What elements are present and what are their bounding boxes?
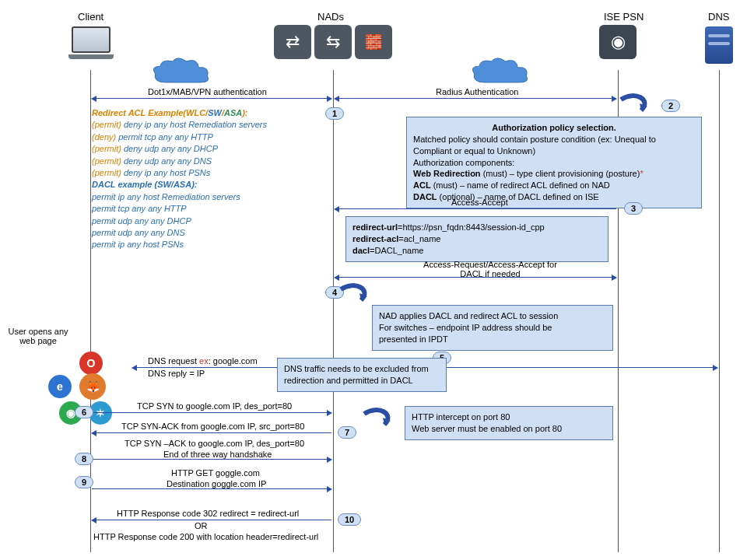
label-access-accept: Access-Accept	[451, 198, 508, 207]
lane-ise-label: ISE PSN	[604, 11, 644, 23]
step-2-badge: 2	[661, 100, 680, 112]
arrow-tcp-ack	[92, 459, 331, 460]
lifeline-nads	[333, 70, 334, 552]
arrow-radius-auth	[335, 98, 616, 99]
label-http-get: HTTP GET goggle.com	[171, 468, 260, 478]
loop-arrow-apply-acl	[339, 283, 370, 306]
ise-fingerprint-icon: ◉	[599, 25, 637, 59]
lane-client-label: Client	[78, 11, 103, 23]
label-user-opens-page: User opens any web page	[3, 327, 73, 345]
label-http-get-dest: Destination goggle.com IP	[167, 479, 266, 488]
step-9-badge: 9	[75, 476, 93, 488]
step-10-badge: 10	[338, 513, 361, 526]
step-7-badge: 7	[338, 426, 356, 439]
label-dot1x-auth: Dot1x/MAB/VPN authentication	[148, 87, 267, 96]
auth-panel-line4: ACL (must) – name of redirect ACL define…	[413, 180, 695, 191]
lane-dns-label: DNS	[708, 11, 729, 23]
dns-server-icon	[705, 26, 733, 64]
label-radius-auth: Radius Authentication	[436, 87, 518, 96]
arrow-tcp-syn	[92, 412, 331, 413]
arrow-http-get	[92, 488, 331, 489]
label-or: OR	[195, 521, 208, 530]
arrow-access-accept	[335, 208, 616, 209]
nad-firewall-icon: 🧱	[355, 25, 392, 59]
panel-http-intercept: HTTP intercept on port 80 Web server mus…	[405, 406, 613, 440]
firefox-icon: 🦊	[79, 373, 106, 400]
cloud-right-icon	[467, 58, 534, 89]
step-6-badge: 6	[75, 406, 93, 418]
loop-arrow-http-intercept	[363, 408, 394, 431]
lifeline-dns	[719, 70, 720, 552]
label-tcp-syn: TCP SYN to google.com IP, des_port=80	[137, 401, 292, 411]
label-tcp-synack: TCP SYN-ACK from google.com IP, src_port…	[121, 422, 304, 431]
loop-arrow-auth-policy	[619, 93, 651, 117]
nad-switch-icon: ⇆	[314, 25, 352, 59]
panel-apply-acl: NAD applies DACL and redirect ACL to ses…	[372, 305, 613, 351]
panel-redirect-attrs: redirect-url=https://psn_fqdn:8443/sessi…	[345, 216, 608, 262]
client-laptop-icon	[68, 26, 114, 59]
lane-nads-label: NADs	[317, 11, 344, 23]
step-1-badge: 1	[325, 107, 344, 120]
label-dns-request: DNS request ex: google.com	[148, 356, 258, 366]
nad-wlc-icon: ⇄	[274, 25, 311, 59]
label-tcp-ack: TCP SYN –ACK to google.com IP, des_port=…	[124, 439, 304, 448]
cloud-left-icon	[148, 58, 215, 89]
step-3-badge: 3	[624, 202, 643, 215]
panel-authorization-policy: Authorization policy selection. Matched …	[406, 117, 702, 208]
label-dns-reply: DNS reply = IP	[148, 369, 205, 378]
ie-icon: e	[48, 375, 72, 398]
label-tcp-end: End of three way handshake	[163, 450, 272, 459]
arrow-http-response	[92, 520, 331, 520]
auth-panel-line3: Web Redirection (must) – type client pro…	[413, 168, 695, 180]
auth-panel-title: Authorization policy selection.	[413, 122, 695, 134]
label-http-200: HTTP Response code 200 with location hea…	[93, 532, 318, 541]
auth-panel-line2: Authorization components:	[413, 157, 695, 169]
auth-panel-line1: Matched policy should contain posture co…	[413, 134, 695, 157]
panel-dns-note: DNS traffic needs to be excluded from re…	[277, 358, 447, 392]
arrow-tcp-synack	[92, 432, 331, 433]
acl-example-block: Redirect ACL Example(WLC/SW/ASA): (permi…	[92, 107, 325, 251]
opera-icon: O	[79, 352, 103, 375]
step-8-badge: 8	[75, 453, 93, 465]
label-dacl-request: Access-Request/Access-Accept for DACL if…	[412, 260, 568, 278]
label-http-302: HTTP Response code 302 redirect = redire…	[117, 509, 299, 518]
arrow-dot1x-auth	[92, 98, 331, 99]
